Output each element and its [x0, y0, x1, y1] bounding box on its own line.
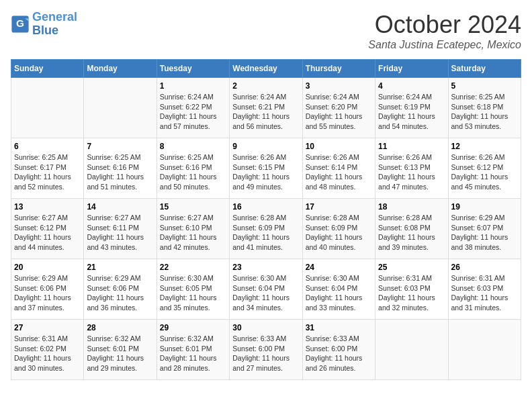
calendar-cell: 16Sunrise: 6:28 AMSunset: 6:09 PMDayligh…	[230, 199, 302, 259]
day-info: Sunrise: 6:28 AMSunset: 6:08 PMDaylight:…	[378, 213, 445, 253]
calendar-cell: 14Sunrise: 6:27 AMSunset: 6:11 PMDayligh…	[84, 199, 157, 259]
day-info: Sunrise: 6:30 AMSunset: 6:05 PMDaylight:…	[160, 273, 226, 313]
header-day-sunday: Sunday	[11, 60, 84, 78]
day-number: 18	[378, 202, 445, 212]
day-info: Sunrise: 6:28 AMSunset: 6:09 PMDaylight:…	[232, 213, 299, 253]
calendar-week-row: 27Sunrise: 6:31 AMSunset: 6:02 PMDayligh…	[11, 320, 521, 380]
day-info: Sunrise: 6:26 AMSunset: 6:14 PMDaylight:…	[306, 152, 372, 192]
calendar-cell	[84, 78, 157, 138]
day-number: 13	[14, 202, 81, 212]
day-info: Sunrise: 6:31 AMSunset: 6:03 PMDaylight:…	[378, 273, 445, 313]
calendar-table: SundayMondayTuesdayWednesdayThursdayFrid…	[11, 59, 521, 380]
day-info: Sunrise: 6:33 AMSunset: 6:00 PMDaylight:…	[306, 334, 372, 373]
day-number: 23	[232, 263, 299, 272]
day-number: 24	[306, 263, 372, 272]
calendar-cell: 25Sunrise: 6:31 AMSunset: 6:03 PMDayligh…	[375, 259, 448, 320]
day-number: 17	[306, 202, 372, 212]
day-info: Sunrise: 6:24 AMSunset: 6:19 PMDaylight:…	[378, 92, 445, 132]
day-info: Sunrise: 6:28 AMSunset: 6:09 PMDaylight:…	[306, 213, 372, 253]
calendar-cell: 27Sunrise: 6:31 AMSunset: 6:02 PMDayligh…	[11, 320, 84, 380]
day-number: 20	[14, 263, 81, 272]
calendar-week-row: 6Sunrise: 6:25 AMSunset: 6:17 PMDaylight…	[11, 138, 521, 199]
page-header: G General Blue October 2024 Santa Justin…	[11, 11, 521, 51]
day-number: 5	[451, 81, 518, 91]
day-info: Sunrise: 6:26 AMSunset: 6:15 PMDaylight:…	[232, 152, 299, 192]
calendar-cell: 22Sunrise: 6:30 AMSunset: 6:05 PMDayligh…	[157, 259, 229, 320]
calendar-cell: 19Sunrise: 6:29 AMSunset: 6:07 PMDayligh…	[448, 199, 521, 259]
calendar-cell: 28Sunrise: 6:32 AMSunset: 6:01 PMDayligh…	[84, 320, 157, 380]
day-number: 27	[14, 323, 81, 332]
logo: G General Blue	[11, 11, 77, 38]
day-info: Sunrise: 6:25 AMSunset: 6:16 PMDaylight:…	[87, 152, 153, 192]
day-info: Sunrise: 6:24 AMSunset: 6:21 PMDaylight:…	[232, 92, 299, 132]
day-info: Sunrise: 6:32 AMSunset: 6:01 PMDaylight:…	[160, 334, 226, 373]
day-info: Sunrise: 6:27 AMSunset: 6:10 PMDaylight:…	[160, 213, 226, 253]
day-number: 4	[378, 81, 445, 91]
calendar-cell: 8Sunrise: 6:25 AMSunset: 6:16 PMDaylight…	[157, 138, 229, 199]
title-block: October 2024 Santa Justina Ecatepec, Mex…	[368, 11, 521, 51]
calendar-cell: 13Sunrise: 6:27 AMSunset: 6:12 PMDayligh…	[11, 199, 84, 259]
day-info: Sunrise: 6:33 AMSunset: 6:00 PMDaylight:…	[232, 334, 299, 373]
day-number: 25	[378, 263, 445, 272]
svg-text:G: G	[16, 17, 24, 29]
day-info: Sunrise: 6:29 AMSunset: 6:07 PMDaylight:…	[451, 213, 518, 253]
day-number: 2	[232, 81, 299, 91]
day-info: Sunrise: 6:29 AMSunset: 6:06 PMDaylight:…	[14, 273, 81, 313]
day-info: Sunrise: 6:31 AMSunset: 6:02 PMDaylight:…	[14, 334, 81, 373]
day-number: 8	[160, 142, 226, 151]
day-info: Sunrise: 6:32 AMSunset: 6:01 PMDaylight:…	[87, 334, 153, 373]
day-info: Sunrise: 6:26 AMSunset: 6:13 PMDaylight:…	[378, 152, 445, 192]
calendar-cell	[375, 320, 448, 380]
day-number: 31	[306, 323, 372, 332]
day-number: 7	[87, 142, 153, 151]
calendar-cell: 26Sunrise: 6:31 AMSunset: 6:03 PMDayligh…	[448, 259, 521, 320]
logo-text: General Blue	[32, 11, 77, 38]
calendar-cell: 23Sunrise: 6:30 AMSunset: 6:04 PMDayligh…	[230, 259, 302, 320]
day-number: 9	[232, 142, 299, 151]
calendar-cell: 10Sunrise: 6:26 AMSunset: 6:14 PMDayligh…	[302, 138, 375, 199]
day-info: Sunrise: 6:25 AMSunset: 6:17 PMDaylight:…	[14, 152, 81, 192]
calendar-cell: 2Sunrise: 6:24 AMSunset: 6:21 PMDaylight…	[230, 78, 302, 138]
day-number: 16	[232, 202, 299, 212]
day-info: Sunrise: 6:25 AMSunset: 6:16 PMDaylight:…	[160, 152, 226, 192]
calendar-cell: 24Sunrise: 6:30 AMSunset: 6:04 PMDayligh…	[302, 259, 375, 320]
day-number: 1	[160, 81, 226, 91]
header-day-monday: Monday	[84, 60, 157, 78]
calendar-cell: 18Sunrise: 6:28 AMSunset: 6:08 PMDayligh…	[375, 199, 448, 259]
day-number: 21	[87, 263, 153, 272]
day-info: Sunrise: 6:31 AMSunset: 6:03 PMDaylight:…	[451, 273, 518, 313]
header-day-thursday: Thursday	[302, 60, 375, 78]
calendar-cell: 11Sunrise: 6:26 AMSunset: 6:13 PMDayligh…	[375, 138, 448, 199]
calendar-cell: 21Sunrise: 6:29 AMSunset: 6:06 PMDayligh…	[84, 259, 157, 320]
calendar-cell: 1Sunrise: 6:24 AMSunset: 6:22 PMDaylight…	[157, 78, 229, 138]
calendar-cell: 29Sunrise: 6:32 AMSunset: 6:01 PMDayligh…	[157, 320, 229, 380]
calendar-week-row: 20Sunrise: 6:29 AMSunset: 6:06 PMDayligh…	[11, 259, 521, 320]
day-number: 11	[378, 142, 445, 151]
calendar-cell: 9Sunrise: 6:26 AMSunset: 6:15 PMDaylight…	[230, 138, 302, 199]
location: Santa Justina Ecatepec, Mexico	[368, 39, 521, 51]
day-number: 15	[160, 202, 226, 212]
day-info: Sunrise: 6:24 AMSunset: 6:22 PMDaylight:…	[160, 92, 226, 132]
calendar-cell: 12Sunrise: 6:26 AMSunset: 6:12 PMDayligh…	[448, 138, 521, 199]
calendar-cell: 5Sunrise: 6:25 AMSunset: 6:18 PMDaylight…	[448, 78, 521, 138]
calendar-header-row: SundayMondayTuesdayWednesdayThursdayFrid…	[11, 60, 521, 78]
day-info: Sunrise: 6:30 AMSunset: 6:04 PMDaylight:…	[232, 273, 299, 313]
day-info: Sunrise: 6:30 AMSunset: 6:04 PMDaylight:…	[306, 273, 372, 313]
day-number: 30	[232, 323, 299, 332]
day-number: 19	[451, 202, 518, 212]
day-number: 28	[87, 323, 153, 332]
calendar-cell: 17Sunrise: 6:28 AMSunset: 6:09 PMDayligh…	[302, 199, 375, 259]
header-day-wednesday: Wednesday	[230, 60, 302, 78]
calendar-cell: 31Sunrise: 6:33 AMSunset: 6:00 PMDayligh…	[302, 320, 375, 380]
calendar-cell: 6Sunrise: 6:25 AMSunset: 6:17 PMDaylight…	[11, 138, 84, 199]
day-number: 12	[451, 142, 518, 151]
calendar-cell	[11, 78, 84, 138]
month-title: October 2024	[368, 11, 521, 39]
day-number: 6	[14, 142, 81, 151]
header-day-friday: Friday	[375, 60, 448, 78]
calendar-cell: 4Sunrise: 6:24 AMSunset: 6:19 PMDaylight…	[375, 78, 448, 138]
header-day-tuesday: Tuesday	[157, 60, 229, 78]
calendar-cell: 7Sunrise: 6:25 AMSunset: 6:16 PMDaylight…	[84, 138, 157, 199]
day-info: Sunrise: 6:27 AMSunset: 6:11 PMDaylight:…	[87, 213, 153, 253]
day-info: Sunrise: 6:27 AMSunset: 6:12 PMDaylight:…	[14, 213, 81, 253]
